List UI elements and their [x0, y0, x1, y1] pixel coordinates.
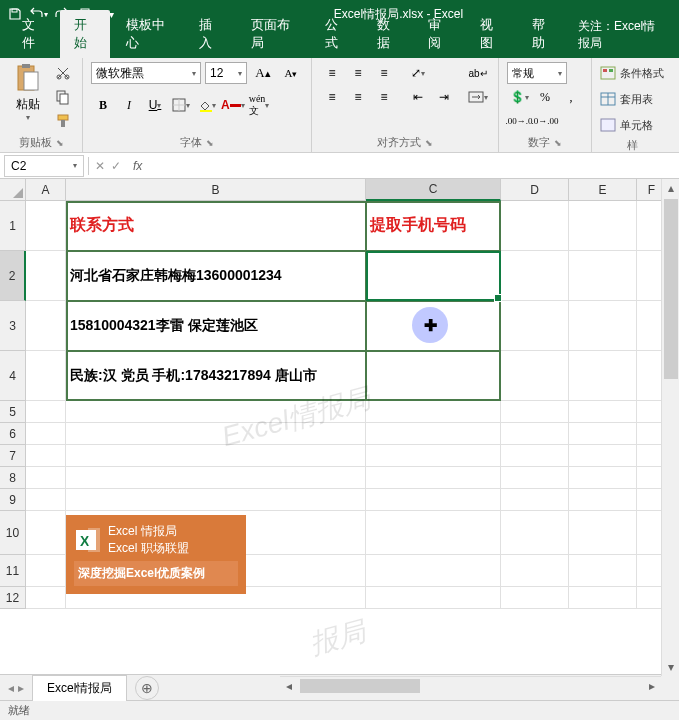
cell-E5[interactable] [569, 401, 637, 423]
cell-D9[interactable] [501, 489, 569, 511]
tab-nav-prev[interactable]: ◂ [8, 681, 14, 695]
cell-A11[interactable] [26, 555, 66, 587]
vertical-scroll-thumb[interactable] [664, 199, 678, 379]
scroll-right-button[interactable]: ▸ [643, 677, 661, 695]
cell-C12[interactable] [366, 587, 501, 609]
increase-font-button[interactable]: A▴ [251, 62, 275, 84]
column-header-A[interactable]: A [26, 179, 66, 201]
row-header-1[interactable]: 1 [0, 201, 26, 251]
tab-nav-next[interactable]: ▸ [18, 681, 24, 695]
column-header-C[interactable]: C [366, 179, 501, 201]
menu-file[interactable]: 文件 [8, 10, 58, 58]
row-header-11[interactable]: 11 [0, 555, 26, 587]
cell-B6[interactable] [66, 423, 366, 445]
underline-button[interactable]: U▾ [143, 94, 167, 116]
cell-C6[interactable] [366, 423, 501, 445]
cell-A6[interactable] [26, 423, 66, 445]
number-launcher[interactable]: ⬊ [554, 138, 562, 148]
scroll-up-button[interactable]: ▴ [662, 179, 679, 197]
name-box[interactable]: C2▾ [4, 155, 84, 177]
cell-A5[interactable] [26, 401, 66, 423]
menu-view[interactable]: 视图 [466, 10, 516, 58]
cell-B3[interactable]: 15810004321李雷 保定莲池区 [66, 301, 366, 351]
cell-D1[interactable] [501, 201, 569, 251]
number-format-select[interactable]: 常规▾ [507, 62, 567, 84]
vertical-scrollbar[interactable]: ▴ ▾ [661, 179, 679, 676]
decrease-decimal-button[interactable]: .0→.00 [533, 110, 557, 132]
orientation-button[interactable]: ⤢▾ [406, 62, 430, 84]
cell-C5[interactable] [366, 401, 501, 423]
add-sheet-button[interactable]: ⊕ [135, 676, 159, 700]
cell-D8[interactable] [501, 467, 569, 489]
paste-button[interactable]: 粘贴 ▾ [8, 62, 48, 122]
scroll-left-button[interactable]: ◂ [280, 677, 298, 695]
menu-template[interactable]: 模板中心 [112, 10, 184, 58]
phonetic-button[interactable]: wén文▾ [247, 94, 271, 116]
horizontal-scroll-thumb[interactable] [300, 679, 420, 693]
currency-button[interactable]: 💲▾ [507, 86, 531, 108]
cell-A1[interactable] [26, 201, 66, 251]
cell-A2[interactable] [26, 251, 66, 301]
cell-E12[interactable] [569, 587, 637, 609]
cell-E9[interactable] [569, 489, 637, 511]
formula-bar-input[interactable] [148, 155, 679, 177]
cell-C7[interactable] [366, 445, 501, 467]
cell-E11[interactable] [569, 555, 637, 587]
row-header-6[interactable]: 6 [0, 423, 26, 445]
column-header-D[interactable]: D [501, 179, 569, 201]
horizontal-scrollbar[interactable]: ◂ ▸ [280, 676, 661, 694]
fill-color-button[interactable]: ▾ [195, 94, 219, 116]
cell-C4[interactable] [366, 351, 501, 401]
format-painter-button[interactable] [52, 110, 74, 132]
cell-D6[interactable] [501, 423, 569, 445]
cell-A7[interactable] [26, 445, 66, 467]
menu-data[interactable]: 数据 [363, 10, 413, 58]
enter-formula-button[interactable]: ✓ [111, 159, 121, 173]
cancel-formula-button[interactable]: ✕ [95, 159, 105, 173]
cell-styles-button[interactable]: 单元格 [600, 114, 653, 136]
cell-C1[interactable]: 提取手机号码 [366, 201, 501, 251]
cell-B1[interactable]: 联系方式 [66, 201, 366, 251]
cell-A9[interactable] [26, 489, 66, 511]
row-header-5[interactable]: 5 [0, 401, 26, 423]
cell-D7[interactable] [501, 445, 569, 467]
font-color-button[interactable]: A▾ [221, 94, 245, 116]
cell-A3[interactable] [26, 301, 66, 351]
cell-A12[interactable] [26, 587, 66, 609]
font-size-select[interactable]: 12▾ [205, 62, 247, 84]
cell-A8[interactable] [26, 467, 66, 489]
increase-decimal-button[interactable]: .00→.0 [507, 110, 531, 132]
menu-help[interactable]: 帮助 [518, 10, 568, 58]
align-left-button[interactable]: ≡ [320, 86, 344, 108]
cell-C9[interactable] [366, 489, 501, 511]
align-center-button[interactable]: ≡ [346, 86, 370, 108]
menu-home[interactable]: 开始 [60, 10, 110, 58]
scroll-down-button[interactable]: ▾ [662, 658, 679, 676]
align-bottom-button[interactable]: ≡ [372, 62, 396, 84]
menu-formula[interactable]: 公式 [311, 10, 361, 58]
cell-D2[interactable] [501, 251, 569, 301]
column-header-E[interactable]: E [569, 179, 637, 201]
cell-E7[interactable] [569, 445, 637, 467]
cell-B7[interactable] [66, 445, 366, 467]
align-top-button[interactable]: ≡ [320, 62, 344, 84]
column-header-B[interactable]: B [66, 179, 366, 201]
italic-button[interactable]: I [117, 94, 141, 116]
cell-D5[interactable] [501, 401, 569, 423]
comma-button[interactable]: , [559, 86, 583, 108]
menu-right-link[interactable]: 关注：Excel情报局 [570, 12, 671, 58]
align-middle-button[interactable]: ≡ [346, 62, 370, 84]
cell-C11[interactable] [366, 555, 501, 587]
row-header-12[interactable]: 12 [0, 587, 26, 609]
row-header-9[interactable]: 9 [0, 489, 26, 511]
font-name-select[interactable]: 微软雅黑▾ [91, 62, 201, 84]
cell-E4[interactable] [569, 351, 637, 401]
row-header-3[interactable]: 3 [0, 301, 26, 351]
cell-E1[interactable] [569, 201, 637, 251]
cell-E6[interactable] [569, 423, 637, 445]
border-button[interactable]: ▾ [169, 94, 193, 116]
cut-button[interactable] [52, 62, 74, 84]
cell-D10[interactable] [501, 511, 569, 555]
menu-insert[interactable]: 插入 [185, 10, 235, 58]
bold-button[interactable]: B [91, 94, 115, 116]
